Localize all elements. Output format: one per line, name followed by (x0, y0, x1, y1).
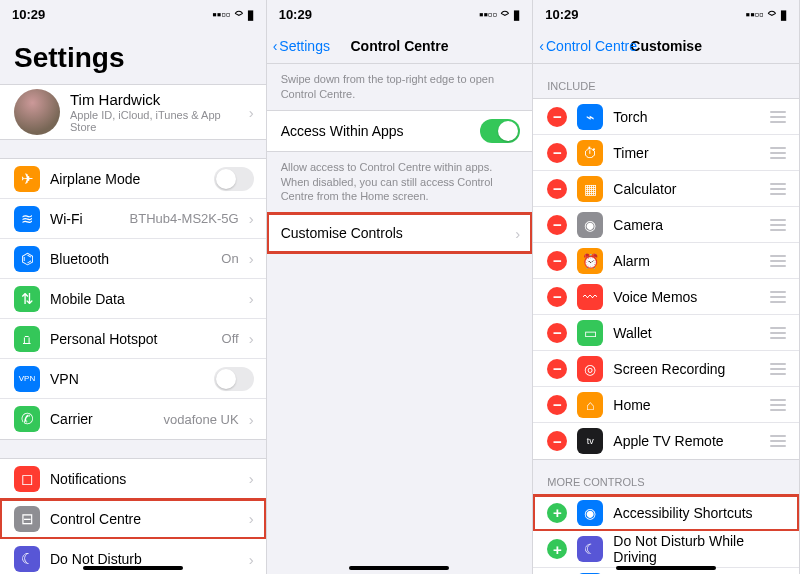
chevron-left-icon: ‹ (539, 38, 544, 54)
more-row[interactable]: + ☾ Do Not Disturb While Driving (533, 531, 799, 568)
settings-row-vpn[interactable]: VPN VPN (0, 359, 266, 399)
control-icon: ◎ (577, 356, 603, 382)
include-header: INCLUDE (533, 64, 799, 98)
status-icons: ▪▪▫▫ ⌔ ▮ (212, 7, 253, 22)
remove-button[interactable]: − (547, 251, 567, 271)
remove-button[interactable]: − (547, 215, 567, 235)
more-header: MORE CONTROLS (533, 460, 799, 494)
remove-button[interactable]: − (547, 107, 567, 127)
access-within-apps-row[interactable]: Access Within Apps (267, 111, 533, 151)
home-indicator[interactable] (349, 566, 449, 570)
status-bar: 10:29 ▪▪▫▫ ⌔ ▮ (533, 0, 799, 28)
signal-icon: ▪▪▫▫ (746, 7, 764, 22)
control-icon: ⏱ (577, 140, 603, 166)
nav-back-label: Settings (279, 38, 330, 54)
control-label: Apple TV Remote (613, 433, 759, 449)
include-row[interactable]: − ⏰ Alarm (533, 243, 799, 279)
settings-row-notifications[interactable]: ◻ Notifications › (0, 459, 266, 499)
carrier-value: vodafone UK (163, 412, 238, 427)
include-row[interactable]: − ▦ Calculator (533, 171, 799, 207)
include-row[interactable]: − ⌂ Home (533, 387, 799, 423)
drag-handle-icon[interactable] (769, 291, 787, 303)
chevron-right-icon: › (249, 470, 254, 487)
remove-button[interactable]: − (547, 179, 567, 199)
remove-button[interactable]: − (547, 359, 567, 379)
access-toggle[interactable] (480, 119, 520, 143)
control-icon: ⌁ (577, 104, 603, 130)
settings-row-airplane[interactable]: ✈ Airplane Mode (0, 159, 266, 199)
settings-row-carrier[interactable]: ✆ Carrier vodafone UK› (0, 399, 266, 439)
include-row[interactable]: − ⌁ Torch (533, 99, 799, 135)
drag-handle-icon[interactable] (769, 219, 787, 231)
cc-description-top: Swipe down from the top-right edge to op… (267, 64, 533, 110)
control-icon: ⏰ (577, 248, 603, 274)
remove-button[interactable]: − (547, 323, 567, 343)
include-row[interactable]: − tv Apple TV Remote (533, 423, 799, 459)
drag-handle-icon[interactable] (769, 435, 787, 447)
customise-controls-row[interactable]: Customise Controls › (267, 213, 533, 253)
control-label: Wallet (613, 325, 759, 341)
chevron-right-icon: › (249, 510, 254, 527)
hotspot-value: Off (222, 331, 239, 346)
drag-handle-icon[interactable] (769, 255, 787, 267)
include-row[interactable]: − 〰 Voice Memos (533, 279, 799, 315)
vpn-icon: VPN (14, 366, 40, 392)
notifications-icon: ◻ (14, 466, 40, 492)
control-icon: ▦ (577, 176, 603, 202)
control-icon: ◉ (577, 212, 603, 238)
notifications-label: Notifications (50, 471, 239, 487)
control-icon: ◉ (577, 500, 603, 526)
control-label: Calculator (613, 181, 759, 197)
settings-row-controlcentre[interactable]: ⊟ Control Centre › (0, 499, 266, 539)
customise-label: Customise Controls (281, 225, 506, 241)
screen-control-centre: 10:29 ▪▪▫▫ ⌔ ▮ ‹ Settings Control Centre… (267, 0, 534, 574)
remove-button[interactable]: − (547, 287, 567, 307)
remove-button[interactable]: − (547, 431, 567, 451)
drag-handle-icon[interactable] (769, 147, 787, 159)
control-icon: ☾ (577, 536, 603, 562)
settings-row-bluetooth[interactable]: ⌬ Bluetooth On› (0, 239, 266, 279)
battery-icon: ▮ (513, 7, 520, 22)
include-row[interactable]: − ▭ Wallet (533, 315, 799, 351)
nav-back[interactable]: ‹ Control Centre (539, 38, 637, 54)
chevron-left-icon: ‹ (273, 38, 278, 54)
hotspot-icon: ⩍ (14, 326, 40, 352)
battery-icon: ▮ (780, 7, 787, 22)
control-label: Do Not Disturb While Driving (613, 533, 787, 565)
add-button[interactable]: + (547, 539, 567, 559)
vpn-toggle[interactable] (214, 367, 254, 391)
drag-handle-icon[interactable] (769, 111, 787, 123)
include-row[interactable]: − ⏱ Timer (533, 135, 799, 171)
drag-handle-icon[interactable] (769, 327, 787, 339)
control-icon: 〰 (577, 284, 603, 310)
control-label: Torch (613, 109, 759, 125)
home-indicator[interactable] (616, 566, 716, 570)
nav-back[interactable]: ‹ Settings (273, 38, 330, 54)
drag-handle-icon[interactable] (769, 399, 787, 411)
screen-settings: 10:29 ▪▪▫▫ ⌔ ▮ Settings Tim Hardwick App… (0, 0, 267, 574)
dnd-label: Do Not Disturb (50, 551, 239, 567)
airplane-toggle[interactable] (214, 167, 254, 191)
control-label: Camera (613, 217, 759, 233)
drag-handle-icon[interactable] (769, 183, 787, 195)
include-row[interactable]: − ◉ Camera (533, 207, 799, 243)
remove-button[interactable]: − (547, 395, 567, 415)
chevron-right-icon: › (249, 330, 254, 347)
settings-row-hotspot[interactable]: ⩍ Personal Hotspot Off› (0, 319, 266, 359)
status-icons: ▪▪▫▫ ⌔ ▮ (746, 7, 787, 22)
settings-row-mobiledata[interactable]: ⇅ Mobile Data › (0, 279, 266, 319)
carrier-icon: ✆ (14, 406, 40, 432)
include-row[interactable]: − ◎ Screen Recording (533, 351, 799, 387)
more-row[interactable]: + ◉ Accessibility Shortcuts (533, 495, 799, 531)
remove-button[interactable]: − (547, 143, 567, 163)
apple-id-row[interactable]: Tim Hardwick Apple ID, iCloud, iTunes & … (0, 85, 266, 139)
bluetooth-value: On (221, 251, 238, 266)
airplane-icon: ✈ (14, 166, 40, 192)
settings-row-wifi[interactable]: ≋ Wi-Fi BTHub4-MS2K-5G› (0, 199, 266, 239)
drag-handle-icon[interactable] (769, 363, 787, 375)
bluetooth-icon: ⌬ (14, 246, 40, 272)
chevron-right-icon: › (249, 104, 254, 121)
add-button[interactable]: + (547, 503, 567, 523)
home-indicator[interactable] (83, 566, 183, 570)
status-time: 10:29 (279, 7, 312, 22)
